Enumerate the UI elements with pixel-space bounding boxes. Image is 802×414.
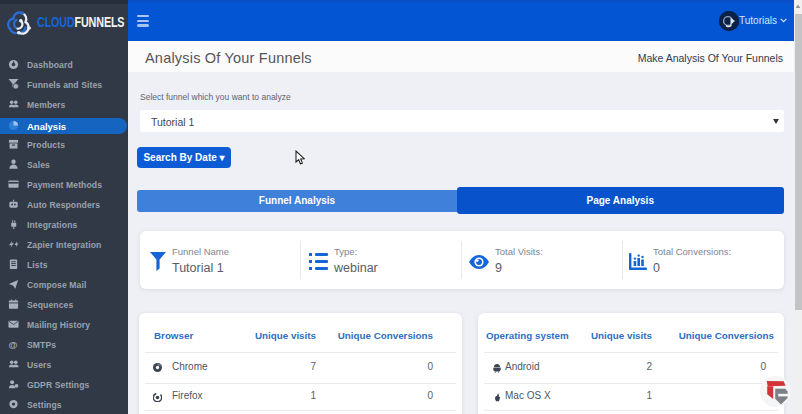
svg-text:@: @ [8, 340, 17, 350]
